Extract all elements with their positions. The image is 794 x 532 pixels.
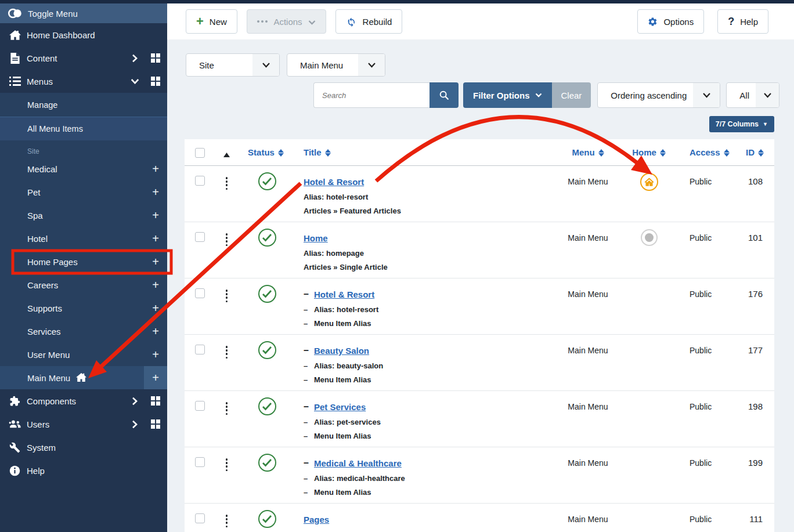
status-published-icon[interactable] bbox=[258, 229, 276, 247]
help-button[interactable]: ? Help bbox=[717, 9, 768, 34]
title-column-header[interactable]: Title bbox=[286, 139, 556, 165]
sidebar-item-home-pages[interactable]: Home Pages+ bbox=[0, 250, 167, 273]
sidebar-subitem-manage[interactable]: Manage bbox=[0, 93, 167, 117]
status-published-icon[interactable] bbox=[258, 172, 276, 190]
status-published-icon[interactable] bbox=[258, 397, 276, 415]
add-menu-item-button[interactable]: + bbox=[144, 343, 167, 366]
menu-item-title-link[interactable]: Pages bbox=[304, 514, 329, 525]
menu-item-title-link[interactable]: Beauty Salon bbox=[314, 345, 369, 356]
sidebar-item-services[interactable]: Services+ bbox=[0, 320, 167, 343]
sidebar-subitem-all-menu-items[interactable]: All Menu Items bbox=[0, 117, 167, 140]
grid-icon[interactable] bbox=[151, 77, 160, 86]
puzzle-icon bbox=[9, 395, 21, 407]
sidebar-item-main-menu[interactable]: Main Menu+ bbox=[0, 366, 167, 389]
limit-select[interactable]: All bbox=[726, 82, 779, 108]
search-input[interactable] bbox=[313, 82, 430, 108]
toggle-menu-button[interactable]: Toggle Menu bbox=[0, 3, 167, 23]
select-all-checkbox[interactable] bbox=[195, 148, 205, 158]
child-dash: – bbox=[304, 488, 314, 497]
row-checkbox[interactable] bbox=[195, 288, 205, 298]
grid-icon[interactable] bbox=[151, 53, 160, 63]
info-icon bbox=[9, 465, 21, 477]
row-checkbox[interactable] bbox=[195, 457, 205, 467]
sidebar-item-components[interactable]: Components bbox=[0, 389, 167, 412]
home-unset-icon[interactable] bbox=[641, 229, 658, 246]
status-published-icon[interactable] bbox=[258, 454, 276, 472]
sidebar-item-user-menu[interactable]: User Menu+ bbox=[0, 343, 167, 366]
home-set-icon[interactable] bbox=[640, 173, 658, 191]
add-menu-item-button[interactable]: + bbox=[144, 250, 167, 273]
drag-handle-icon[interactable] bbox=[226, 457, 228, 503]
actions-button[interactable]: Actions bbox=[247, 9, 326, 34]
chevron-right-icon[interactable] bbox=[130, 419, 139, 429]
add-menu-item-button[interactable]: + bbox=[144, 296, 167, 320]
drag-handle-icon[interactable] bbox=[226, 513, 228, 532]
row-checkbox[interactable] bbox=[195, 513, 205, 523]
menu-column-header[interactable]: Menu bbox=[556, 139, 620, 165]
menu-item-title-link[interactable]: Hotel & Resort bbox=[304, 176, 364, 187]
sidebar-item-careers[interactable]: Careers+ bbox=[0, 273, 167, 296]
menu-items-table: Status Title Menu Home Access ID Hotel &… bbox=[185, 139, 774, 532]
menu-item-title-link[interactable]: Pet Services bbox=[314, 401, 366, 412]
chevron-right-icon[interactable] bbox=[130, 396, 139, 406]
menu-cell: Main Menu bbox=[556, 335, 620, 390]
chevron-right-icon[interactable] bbox=[130, 53, 139, 63]
site-select[interactable]: Site bbox=[186, 53, 280, 77]
menu-item-title-link[interactable]: Hotel & Resort bbox=[314, 289, 374, 300]
add-menu-item-button[interactable]: + bbox=[144, 273, 167, 296]
drag-handle-icon[interactable] bbox=[226, 400, 228, 447]
menu-item-title-link[interactable]: Home bbox=[304, 233, 328, 244]
sidebar-item-pet[interactable]: Pet+ bbox=[0, 180, 167, 204]
add-menu-item-button[interactable]: + bbox=[144, 157, 167, 180]
add-menu-item-button[interactable]: + bbox=[144, 204, 167, 227]
status-published-icon[interactable] bbox=[258, 285, 276, 303]
menu-select[interactable]: Main Menu bbox=[287, 53, 385, 77]
menu-item-title-link[interactable]: Medical & Healthcare bbox=[314, 458, 402, 469]
sidebar-item-home-dashboard[interactable]: Home Dashboard bbox=[0, 23, 167, 46]
sidebar-item-supports[interactable]: Supports+ bbox=[0, 296, 167, 320]
table-row: HomeAlias: homepageArticles » Single Art… bbox=[185, 222, 774, 278]
new-button[interactable]: + New bbox=[186, 9, 237, 34]
row-checkbox[interactable] bbox=[195, 232, 205, 242]
status-published-icon[interactable] bbox=[258, 341, 276, 359]
id-column-header[interactable]: ID bbox=[730, 139, 774, 165]
row-checkbox[interactable] bbox=[195, 345, 205, 354]
row-checkbox[interactable] bbox=[195, 401, 205, 411]
chevron-down-icon[interactable] bbox=[130, 77, 139, 86]
drag-handle-icon[interactable] bbox=[226, 288, 228, 334]
sidebar-item-users[interactable]: Users bbox=[0, 412, 167, 436]
ordering-select[interactable]: Ordering ascending bbox=[597, 82, 720, 108]
add-menu-item-button[interactable]: + bbox=[144, 366, 167, 389]
add-menu-item-button[interactable]: + bbox=[144, 227, 167, 250]
sidebar-item-system[interactable]: System bbox=[0, 436, 167, 459]
add-menu-item-button[interactable]: + bbox=[144, 320, 167, 343]
drag-handle-icon[interactable] bbox=[226, 344, 228, 390]
rebuild-button[interactable]: Rebuild bbox=[335, 9, 403, 34]
access-column-header[interactable]: Access bbox=[678, 139, 730, 165]
home-column-header[interactable]: Home bbox=[620, 139, 678, 165]
options-button[interactable]: Options bbox=[637, 9, 704, 34]
grid-icon[interactable] bbox=[151, 419, 160, 429]
add-menu-item-button[interactable]: + bbox=[144, 180, 167, 204]
status-published-icon[interactable] bbox=[258, 510, 276, 528]
status-column-header[interactable]: Status bbox=[240, 139, 286, 165]
question-icon: ? bbox=[728, 16, 734, 28]
sidebar-item-help[interactable]: Help bbox=[0, 459, 167, 482]
clear-button[interactable]: Clear bbox=[552, 82, 591, 108]
columns-button[interactable]: 7/7 Columns ▼ bbox=[709, 116, 774, 132]
sidebar-item-label: Services bbox=[27, 327, 144, 336]
drag-handle-icon[interactable] bbox=[226, 175, 228, 222]
search-button[interactable] bbox=[430, 82, 459, 108]
ordering-sort-header[interactable] bbox=[214, 139, 240, 165]
grid-icon[interactable] bbox=[151, 396, 160, 406]
drag-handle-icon[interactable] bbox=[226, 231, 228, 278]
sidebar-item-label: Careers bbox=[27, 280, 144, 290]
sidebar-item-hotel[interactable]: Hotel+ bbox=[0, 227, 167, 250]
sidebar-item-menus[interactable]: Menus bbox=[0, 70, 167, 93]
sidebar-item-spa[interactable]: Spa+ bbox=[0, 204, 167, 227]
row-checkbox[interactable] bbox=[195, 176, 205, 186]
filter-options-button[interactable]: Filter Options bbox=[463, 82, 552, 108]
wrench-icon bbox=[9, 441, 21, 454]
sidebar-item-content[interactable]: Content bbox=[0, 46, 167, 70]
sidebar-item-medical[interactable]: Medical+ bbox=[0, 157, 167, 180]
